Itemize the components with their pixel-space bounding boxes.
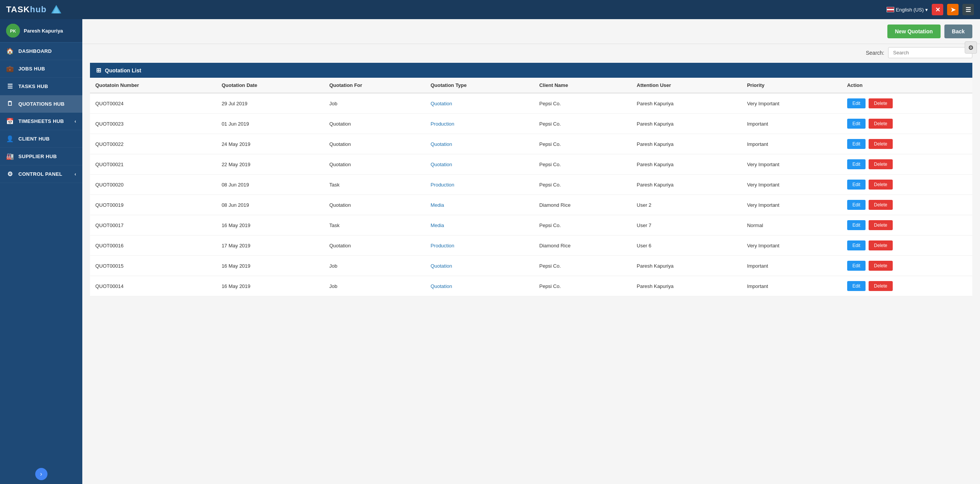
col-date: Quotation Date — [216, 78, 324, 93]
sidebar-item-control-panel[interactable]: ⚙ CONTROL PANEL ‹ — [0, 165, 82, 183]
sidebar-toggle-button[interactable]: › — [35, 468, 47, 480]
sidebar-item-jobs-hub[interactable]: 💼 JOBS HUB — [0, 60, 82, 78]
cell-user: Paresh Kapuriya — [631, 175, 742, 195]
cell-date: 08 Jun 2019 — [216, 175, 324, 195]
quotations-icon: 🗒 — [6, 100, 14, 107]
search-input[interactable] — [888, 47, 972, 58]
col-action: Action — [842, 78, 972, 93]
edit-button[interactable]: Edit — [847, 261, 866, 271]
new-quotation-button[interactable]: New Quotation — [887, 25, 941, 38]
cell-action: Edit Delete — [842, 93, 972, 114]
cell-number: QUOT00020 — [90, 175, 216, 195]
col-type: Quotation Type — [425, 78, 534, 93]
cell-priority: Important — [742, 134, 841, 154]
table-row: QUOT00023 01 Jun 2019 Quotation Producti… — [90, 114, 972, 134]
cell-user: Paresh Kapuriya — [631, 154, 742, 175]
delete-button[interactable]: Delete — [869, 119, 893, 129]
table-title-bar: ⊞ Quotation List — [90, 63, 972, 78]
delete-button[interactable]: Delete — [869, 139, 893, 149]
cell-priority: Very Important — [742, 235, 841, 256]
cell-date: 08 Jun 2019 — [216, 195, 324, 215]
cell-type: Quotation — [425, 134, 534, 154]
sidebar-item-label: CLIENT HUB — [18, 136, 50, 142]
cell-for: Quotation — [324, 154, 425, 175]
cell-priority: Very Important — [742, 175, 841, 195]
app-logo: TASKhub — [6, 4, 62, 15]
sidebar-item-dashboard[interactable]: 🏠 DASHBOARD — [0, 43, 82, 60]
delete-button[interactable]: Delete — [869, 261, 893, 271]
cell-date: 22 May 2019 — [216, 154, 324, 175]
control-icon: ⚙ — [6, 170, 14, 178]
search-label: Search: — [866, 50, 884, 56]
cell-for: Job — [324, 93, 425, 114]
cell-action: Edit Delete — [842, 154, 972, 175]
cell-number: QUOT00022 — [90, 134, 216, 154]
arrow-button[interactable]: ➤ — [947, 4, 959, 15]
close-button[interactable]: ✕ — [932, 4, 943, 15]
edit-button[interactable]: Edit — [847, 139, 866, 149]
edit-button[interactable]: Edit — [847, 200, 866, 210]
edit-button[interactable]: Edit — [847, 240, 866, 250]
cell-action: Edit Delete — [842, 114, 972, 134]
search-bar: Search: — [82, 44, 980, 61]
cell-type: Production — [425, 175, 534, 195]
sidebar-item-supplier-hub[interactable]: 🏭 SUPPLIER HUB — [0, 148, 82, 165]
delete-button[interactable]: Delete — [869, 159, 893, 169]
sidebar-item-client-hub[interactable]: 👤 CLIENT HUB — [0, 130, 82, 148]
cell-date: 16 May 2019 — [216, 215, 324, 235]
cell-for: Quotation — [324, 235, 425, 256]
delete-button[interactable]: Delete — [869, 281, 893, 291]
edit-button[interactable]: Edit — [847, 180, 866, 190]
table-header-row: Quotatoin Number Quotation Date Quotatio… — [90, 78, 972, 93]
cell-number: QUOT00016 — [90, 235, 216, 256]
menu-button[interactable]: ☰ — [962, 4, 974, 15]
edit-button[interactable]: Edit — [847, 159, 866, 169]
content-toolbar: New Quotation Back — [82, 19, 980, 44]
delete-button[interactable]: Delete — [869, 220, 893, 230]
chevron-left-icon-2: ‹ — [75, 172, 76, 177]
cell-client: Pepsi Co. — [534, 276, 632, 296]
supplier-icon: 🏭 — [6, 153, 14, 160]
back-button[interactable]: Back — [944, 25, 972, 38]
svg-text:PK: PK — [10, 29, 16, 33]
sidebar-item-quotations-hub[interactable]: 🗒 QUOTATIONS HUB — [0, 95, 82, 113]
cell-user: User 7 — [631, 215, 742, 235]
sidebar-item-timesheets-hub[interactable]: 📅 TIMESHEETS HUB ‹ — [0, 113, 82, 130]
delete-button[interactable]: Delete — [869, 200, 893, 210]
cell-date: 17 May 2019 — [216, 235, 324, 256]
sidebar-item-tasks-hub[interactable]: ☰ TASKS HUB — [0, 78, 82, 95]
cell-action: Edit Delete — [842, 134, 972, 154]
language-selector[interactable]: English (US) ▾ — [887, 7, 928, 13]
cell-client: Pepsi Co. — [534, 256, 632, 276]
top-bar-right: English (US) ▾ ✕ ➤ ☰ — [887, 4, 974, 15]
delete-button[interactable]: Delete — [869, 240, 893, 250]
cell-number: QUOT00014 — [90, 276, 216, 296]
dashboard-icon: 🏠 — [6, 47, 14, 55]
cell-priority: Very Important — [742, 195, 841, 215]
cell-action: Edit Delete — [842, 195, 972, 215]
settings-gear-button[interactable]: ⚙ — [965, 41, 977, 54]
cell-date: 01 Jun 2019 — [216, 114, 324, 134]
table-row: QUOT00016 17 May 2019 Quotation Producti… — [90, 235, 972, 256]
cell-client: Pepsi Co. — [534, 154, 632, 175]
cell-type: Production — [425, 114, 534, 134]
table-row: QUOT00019 08 Jun 2019 Quotation Media Di… — [90, 195, 972, 215]
table-icon: ⊞ — [96, 67, 101, 74]
cell-for: Job — [324, 256, 425, 276]
content-area: ⚙ New Quotation Back Search: ⊞ Quotation… — [82, 19, 980, 484]
cell-client: Diamond Rice — [534, 195, 632, 215]
edit-button[interactable]: Edit — [847, 98, 866, 108]
edit-button[interactable]: Edit — [847, 281, 866, 291]
delete-button[interactable]: Delete — [869, 180, 893, 190]
cell-user: Paresh Kapuriya — [631, 114, 742, 134]
cell-type: Quotation — [425, 276, 534, 296]
user-name: Paresh Kapuriya — [24, 28, 63, 34]
edit-button[interactable]: Edit — [847, 119, 866, 129]
edit-button[interactable]: Edit — [847, 220, 866, 230]
delete-button[interactable]: Delete — [869, 98, 893, 108]
cell-number: QUOT00017 — [90, 215, 216, 235]
col-client: Client Name — [534, 78, 632, 93]
cell-for: Task — [324, 215, 425, 235]
tasks-icon: ☰ — [6, 83, 14, 90]
table-row: QUOT00021 22 May 2019 Quotation Quotatio… — [90, 154, 972, 175]
